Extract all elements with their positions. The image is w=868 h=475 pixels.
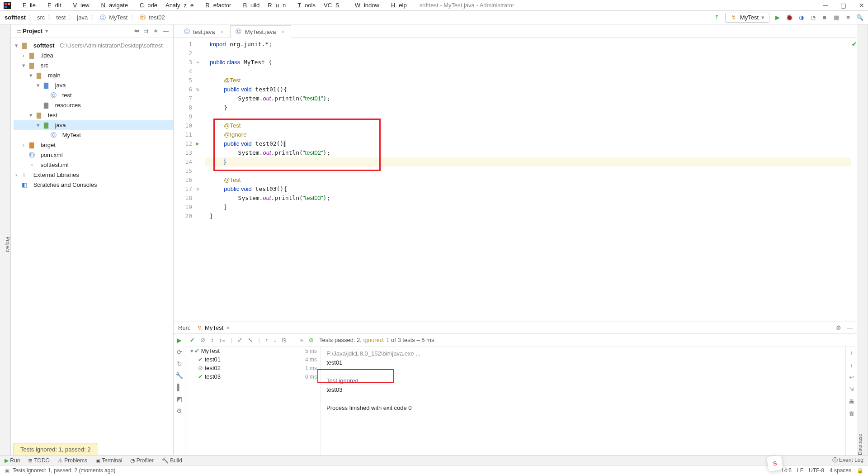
coverage-icon[interactable]: ◑	[797, 14, 805, 21]
sort2-icon[interactable]: ↕₌	[219, 337, 226, 343]
code-editor[interactable]: import org.junit.*; public class MyTest …	[205, 38, 851, 322]
menu-file[interactable]: File	[15, 1, 39, 10]
close-icon[interactable]: ✕	[859, 2, 864, 9]
expand-icon[interactable]: ⇉	[144, 28, 149, 34]
stack-icon[interactable]: ▌	[177, 384, 182, 391]
project-title[interactable]: Project	[23, 28, 42, 34]
export-icon[interactable]: ⎘	[282, 337, 286, 343]
tool-todo[interactable]: ≣ TODO	[28, 457, 50, 464]
up-icon[interactable]: ↑	[850, 349, 853, 356]
class-icon: Ⓒ	[99, 14, 106, 21]
test-console[interactable]: F:\Java\jdk1.8.0_152\bin\java.exe ... te…	[321, 347, 845, 455]
test-toolbar: ✔ ⊘ ↕ ↕₌ | ⤢ ⤡ | ↑ ↓ ⎘ » ⊘ Tests passed:…	[185, 334, 857, 347]
close-tab-icon[interactable]: ×	[282, 29, 284, 34]
left-stripe[interactable]: Project	[0, 24, 11, 455]
svg-rect-2	[8, 3, 10, 5]
close-tab-icon[interactable]: ×	[220, 29, 223, 34]
sogou-ime-icon[interactable]: S	[767, 455, 783, 471]
collapse-all-icon[interactable]: ⤡	[248, 337, 253, 343]
wrench-icon[interactable]: 🔧	[175, 372, 183, 379]
tree-node-test-java[interactable]: ▾▇ java	[14, 120, 173, 130]
menu-help[interactable]: Help	[384, 1, 410, 10]
expand-all-icon[interactable]: ⤢	[237, 337, 242, 343]
ignore-filter-icon[interactable]: ⊘	[200, 337, 205, 343]
menu-analyze[interactable]: Analyze	[162, 1, 197, 10]
tool-profiler[interactable]: ◔ Profiler	[130, 457, 153, 464]
maximize-icon[interactable]: ▢	[840, 2, 846, 9]
navbar: softtest〉 src〉 test〉 java〉 ⒸMyTest〉 ⓜtes…	[0, 11, 868, 24]
hide-icon[interactable]: —	[163, 28, 169, 34]
search-everywhere-icon[interactable]: 🔍	[856, 14, 863, 21]
window-title: softtest - MyTest.java - Administrator	[420, 2, 514, 9]
menu-edit[interactable]: Edit	[40, 1, 65, 10]
project-tree[interactable]: ▾▇ softtest C:\Users\Administrator\Deskt…	[11, 38, 173, 455]
menu-window[interactable]: Window	[348, 1, 383, 10]
layout-icon[interactable]: ▦	[833, 14, 840, 21]
status-bar: ▣ Tests ignored: 1, passed: 2 (moments a…	[0, 465, 868, 475]
menu-build[interactable]: Build	[236, 1, 263, 10]
maven-icon: ⓜ	[28, 152, 35, 159]
prev-icon[interactable]: ↑	[265, 337, 269, 343]
menu-vcs[interactable]: VCS	[320, 1, 347, 10]
minimize-panel-icon[interactable]: —	[847, 324, 853, 331]
softwrap-icon[interactable]: ↩	[849, 374, 854, 380]
gear-icon[interactable]: ⚙	[836, 324, 841, 331]
profile-icon[interactable]: ◔	[809, 14, 816, 21]
project-view-icon: ▭	[15, 28, 23, 35]
intellij-logo-icon	[4, 2, 11, 9]
collapse-icon[interactable]: ⇋	[134, 28, 139, 34]
menu-code[interactable]: Code	[132, 1, 161, 10]
bottom-toolbar: ▶ Run ≣ TODO ⚠ Problems ▣ Terminal ◔ Pro…	[0, 455, 868, 465]
menu-view[interactable]: View	[66, 1, 93, 10]
status-message: Tests ignored: 1, passed: 2 (moments ago…	[13, 467, 115, 474]
run-toolwindow: Run: ↯ MyTest× ⚙ — ▶ ⟳ ↻ 🔧 ▌ ◩ ⚙	[174, 322, 857, 455]
caret-position[interactable]: 14:6	[781, 467, 792, 474]
right-stripe[interactable]: Database Maven	[857, 24, 868, 455]
clear-icon[interactable]: 🗑	[849, 410, 854, 417]
library-icon: ⫴	[21, 171, 28, 179]
menu-run[interactable]: Run	[264, 1, 289, 10]
lock-icon[interactable]: 🔒	[857, 467, 863, 474]
tool-problems[interactable]: ⚠ Problems	[58, 457, 87, 464]
debug-icon[interactable]: 🐞	[786, 14, 793, 21]
tool-terminal[interactable]: ▣ Terminal	[95, 457, 122, 464]
test-tree[interactable]: ▾✔ MyTest5 ms ✔ test014 ms ⊘ test021 ms …	[185, 347, 321, 455]
down-icon[interactable]: ↓	[850, 361, 853, 368]
run-icon[interactable]: ▶	[774, 14, 781, 21]
stop-icon[interactable]: ■	[821, 14, 828, 21]
build-icon[interactable]: ⤒	[713, 14, 721, 21]
menu-tools[interactable]: Tools	[290, 1, 319, 10]
minimize-icon[interactable]: ─	[823, 2, 828, 9]
cogs-icon[interactable]: ⚙	[176, 407, 182, 414]
tab-mytest-java[interactable]: ⒸMyTest.java×	[230, 25, 291, 38]
breadcrumb[interactable]: softtest〉 src〉 test〉 java〉 ⒸMyTest〉 ⓜtes…	[5, 14, 165, 22]
inspection-ok-icon: ✔	[851, 38, 857, 48]
rerun-failed-icon[interactable]: ↻	[177, 360, 182, 367]
error-stripe[interactable]: ✔	[851, 38, 857, 322]
event-log[interactable]: ⓘ Event Log	[832, 456, 863, 464]
line-gutter[interactable]: 1234567891011121314151617181920	[174, 38, 196, 322]
menu-refactor[interactable]: Refactor	[198, 1, 235, 10]
toggle-icon[interactable]: ⟳	[177, 348, 182, 356]
tool-run[interactable]: ▶ Run	[5, 457, 20, 464]
tool-build[interactable]: 🔨 Build	[162, 457, 182, 464]
rerun-icon[interactable]: ▶	[177, 337, 182, 344]
editor-tabs: Ⓒtest.java× ⒸMyTest.java×	[174, 24, 857, 38]
settings-icon[interactable]: ✶	[153, 28, 158, 34]
scratch-icon: ◧	[21, 181, 28, 189]
print-icon[interactable]: 🖶	[849, 398, 854, 405]
svg-rect-1	[5, 3, 7, 5]
editor-area: Ⓒtest.java× ⒸMyTest.java× 12345678910111…	[174, 24, 857, 455]
run-config-selector[interactable]: ↯ MyTest ▾	[725, 13, 769, 23]
sort-icon[interactable]: ↕	[211, 337, 214, 343]
scroll-icon[interactable]: ⇲	[849, 386, 854, 393]
menu-navigate[interactable]: Navigate	[94, 1, 132, 10]
actions-icon[interactable]: ≡	[844, 14, 852, 21]
toolwindows-icon[interactable]: ▣	[5, 467, 9, 474]
next-icon[interactable]: ↓	[274, 337, 277, 343]
tab-test-java[interactable]: Ⓒtest.java×	[178, 25, 230, 38]
camera-icon[interactable]: ◩	[176, 395, 182, 403]
test-status-icon: ⊘	[309, 337, 314, 343]
run-gutter[interactable]: »↻▶↻	[196, 38, 205, 322]
pass-filter-icon[interactable]: ✔	[190, 337, 195, 343]
